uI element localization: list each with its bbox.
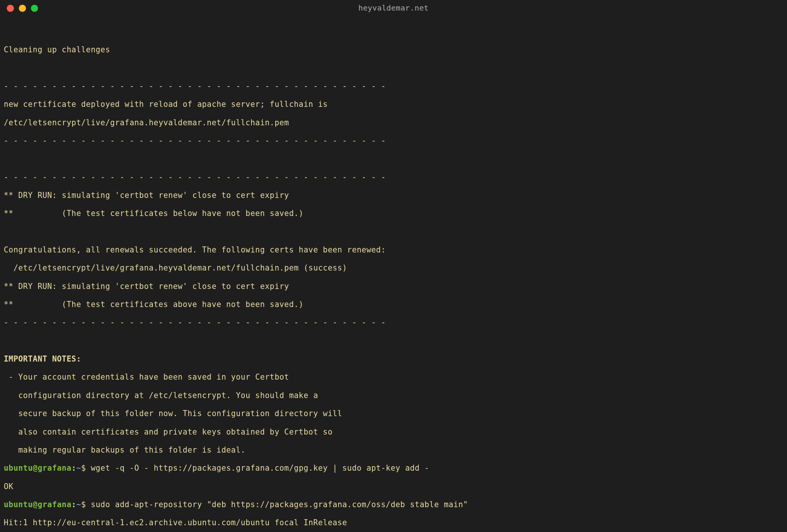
prompt-line: ubuntu@grafana:~$ wget -q -O - https://p…: [4, 464, 783, 473]
traffic-lights: [7, 5, 38, 12]
prompt-at: @: [33, 464, 38, 473]
output-line: - - - - - - - - - - - - - - - - - - - - …: [4, 318, 783, 327]
prompt-path: ~: [76, 500, 81, 509]
prompt-dollar: $: [81, 500, 86, 509]
titlebar: heyvaldemar.net: [0, 0, 787, 17]
output-line: ** (The test certificates above have not…: [4, 300, 783, 309]
output-line: - - - - - - - - - - - - - - - - - - - - …: [4, 136, 783, 145]
prompt-colon: :: [72, 464, 76, 473]
output-line: [4, 64, 783, 73]
command-text: wget -q -O - https://packages.grafana.co…: [86, 464, 429, 473]
output-line: secure backup of this folder now. This c…: [4, 409, 783, 418]
output-line: OK: [4, 482, 783, 491]
prompt-at: @: [33, 500, 38, 509]
output-line: - - - - - - - - - - - - - - - - - - - - …: [4, 173, 783, 182]
output-line: /etc/letsencrypt/live/grafana.heyvaldema…: [4, 263, 783, 272]
close-button[interactable]: [7, 5, 14, 12]
important-notes-heading: IMPORTANT NOTES:: [4, 354, 783, 363]
output-line: Cleaning up challenges: [4, 45, 783, 54]
prompt-path: ~: [76, 464, 81, 473]
prompt-colon: :: [72, 500, 76, 509]
output-line: [4, 27, 783, 36]
prompt-host: grafana: [38, 500, 72, 509]
terminal-window: heyvaldemar.net Cleaning up challenges -…: [0, 0, 787, 532]
output-line: making regular backups of this folder is…: [4, 445, 783, 454]
command-text: sudo add-apt-repository "deb https://pac…: [86, 500, 468, 509]
minimize-button[interactable]: [19, 5, 26, 12]
output-line: /etc/letsencrypt/live/grafana.heyvaldema…: [4, 118, 783, 127]
output-line: [4, 336, 783, 345]
output-line: ** DRY RUN: simulating 'certbot renew' c…: [4, 282, 783, 291]
zoom-button[interactable]: [31, 5, 38, 12]
terminal-body[interactable]: Cleaning up challenges - - - - - - - - -…: [0, 17, 787, 532]
output-line: Hit:1 http://eu-central-1.ec2.archive.ub…: [4, 518, 783, 527]
window-title: heyvaldemar.net: [358, 4, 429, 13]
output-line: new certificate deployed with reload of …: [4, 100, 783, 109]
output-line: - - - - - - - - - - - - - - - - - - - - …: [4, 82, 783, 91]
output-line: ** DRY RUN: simulating 'certbot renew' c…: [4, 191, 783, 200]
prompt-host: grafana: [38, 464, 72, 473]
output-line: Congratulations, all renewals succeeded.…: [4, 245, 783, 254]
output-line: configuration directory at /etc/letsencr…: [4, 391, 783, 400]
output-line: [4, 227, 783, 236]
output-line: - Your account credentials have been sav…: [4, 372, 783, 382]
prompt-user: ubuntu: [4, 464, 33, 473]
output-line: also contain certificates and private ke…: [4, 427, 783, 436]
output-line: [4, 154, 783, 163]
prompt-line: ubuntu@grafana:~$ sudo add-apt-repositor…: [4, 500, 783, 509]
prompt-dollar: $: [81, 464, 86, 473]
output-line: ** (The test certificates below have not…: [4, 209, 783, 218]
prompt-user: ubuntu: [4, 500, 33, 509]
